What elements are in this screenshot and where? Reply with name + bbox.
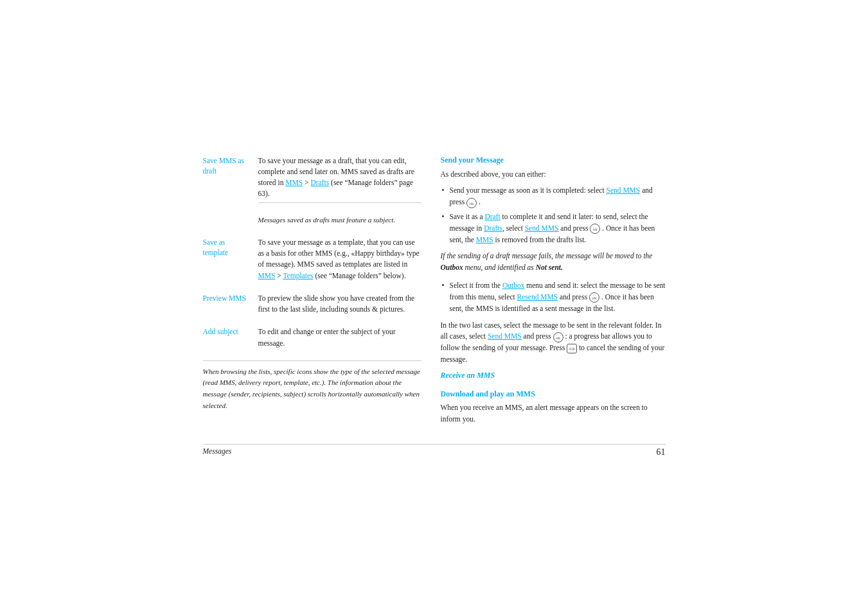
two-last-cases-text: In the two last cases, select the messag… [441,320,666,366]
footer-page-number: 61 [657,447,666,458]
page: Save MMS as draft To save your message a… [190,130,678,484]
footer-chapter: Messages [203,447,232,458]
send-mms-link-1[interactable]: Send MMS [607,186,641,194]
send-message-title: Send your Message [441,155,666,165]
preview-mms-row: Preview MMS To preview the slide show yo… [203,293,421,315]
drafts-link-right[interactable]: Drafts [484,224,502,232]
save-draft-row: Save MMS as draft To save your message a… [203,155,421,226]
send-bullets: Send your message as soon as it is compl… [441,185,666,245]
draft-fail-warning: If the sending of a draft message fails,… [441,251,666,274]
preview-mms-label: Preview MMS [203,293,249,315]
right-column: Send your Message As described above, yo… [441,155,666,431]
ca-icon: ca [567,344,577,354]
mms-link-right[interactable]: MMS [476,236,493,244]
ok-icon-3: ok [589,292,599,303]
save-template-body: To save your message as a template, that… [258,237,421,281]
left-column: Save MMS as draft To save your message a… [203,155,421,431]
templates-link[interactable]: Templates [283,272,313,280]
add-subject-row: Add subject To edit and change or enter … [203,326,421,349]
save-draft-label: Save MMS as draft [203,155,249,226]
send-mms-link-2[interactable]: Send MMS [525,224,559,232]
receive-mms-body: When you receive an MMS, an alert messag… [441,402,666,425]
outbox-link[interactable]: Outbox [502,281,525,289]
ok-icon-1: ok [466,198,477,208]
save-draft-body: To save your message as a draft, that yo… [258,155,421,226]
draft-italic-note: Messages saved as drafts must feature a … [258,216,395,224]
resend-mms-link[interactable]: Resend MMS [517,293,558,301]
browsing-italic-block: When browsing the lists, specific icons … [203,360,421,411]
drafts-link[interactable]: Drafts [310,179,329,186]
save-template-row: Save as template To save your message as… [203,237,421,281]
bullet-save-draft: Save it as a Draft to complete it and se… [450,211,666,245]
bullet-outbox: Select it from the Outbox menu and send … [450,280,666,314]
bullet-send-completed: Send your message as soon as it is compl… [450,185,666,208]
send-intro: As described above, you can either: [441,169,666,181]
outbox-bullet-list: Select it from the Outbox menu and send … [441,280,666,314]
send-mms-link-3[interactable]: Send MMS [488,332,522,340]
add-subject-label: Add subject [203,326,249,349]
mms-link-drafts[interactable]: MMS [285,179,303,186]
ok-icon-2: ok [590,224,600,234]
preview-mms-body: To preview the slide show you have creat… [258,293,421,315]
mms-link-templates[interactable]: MMS [258,272,276,280]
page-footer: Messages 61 [203,444,666,458]
two-column-layout: Save MMS as draft To save your message a… [203,155,666,431]
ok-icon-4: ok [553,332,563,342]
row-divider [258,202,421,203]
receive-mms-title: Receive an MMS [441,371,666,380]
add-subject-body: To edit and change or enter the subject … [258,326,421,349]
save-template-label: Save as template [203,237,249,281]
download-play-subtitle: Download and play an MMS [441,389,666,399]
draft-link-right[interactable]: Draft [484,213,500,220]
